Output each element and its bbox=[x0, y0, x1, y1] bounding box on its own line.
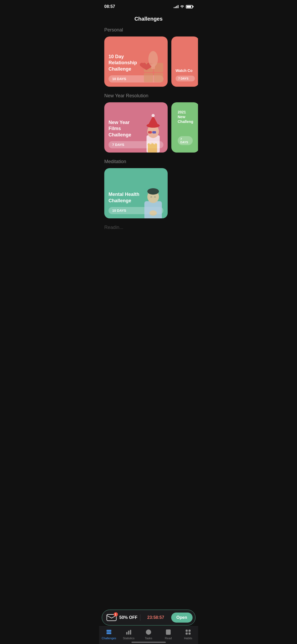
svg-rect-5 bbox=[151, 64, 155, 69]
svg-rect-11 bbox=[148, 131, 152, 134]
svg-point-22 bbox=[147, 188, 159, 195]
card-image-relationship bbox=[139, 44, 168, 87]
page-title: Challenges bbox=[99, 12, 198, 27]
battery-icon bbox=[186, 5, 193, 8]
card-days-watch: 7 DAYS bbox=[176, 76, 195, 81]
svg-rect-2 bbox=[144, 73, 153, 82]
svg-point-23 bbox=[149, 210, 157, 216]
svg-point-19 bbox=[150, 140, 152, 142]
card-title-relationship: 10 Day Relationship Challenge bbox=[109, 54, 143, 72]
newyear-cards-row: New Year Films Challenge 7 DAYS 2021 New… bbox=[99, 102, 198, 159]
status-bar: 08:57 bbox=[99, 0, 198, 12]
card-title-films: New Year Films Challenge bbox=[109, 119, 143, 138]
card-mental-health[interactable]: Mental Health Challenge 10 DAYS bbox=[104, 168, 168, 218]
status-time: 08:57 bbox=[104, 4, 115, 9]
section-newyear: New Year Resolution bbox=[99, 93, 198, 102]
card-title-watch: Watch Co bbox=[176, 68, 195, 73]
status-icons bbox=[174, 5, 193, 9]
svg-rect-3 bbox=[154, 73, 163, 82]
card-watch-challenge[interactable]: Watch Co 7 DAYS bbox=[171, 36, 198, 87]
card-2021-challenge[interactable]: 2021 New Challeng 7 DAYS bbox=[171, 102, 198, 153]
svg-point-10 bbox=[152, 114, 155, 117]
card-films-challenge[interactable]: New Year Films Challenge 7 DAYS bbox=[104, 102, 168, 153]
section-meditation: Meditation bbox=[99, 159, 198, 168]
meditation-cards-row: Mental Health Challenge 10 DAYS bbox=[99, 168, 198, 225]
card-image-meditation bbox=[139, 176, 168, 218]
wifi-icon bbox=[180, 5, 184, 9]
signal-icon bbox=[174, 5, 178, 8]
svg-rect-12 bbox=[152, 131, 156, 134]
svg-rect-20 bbox=[144, 201, 162, 218]
card-title-2021: 2021 New Challeng bbox=[178, 110, 193, 124]
section-personal: Personal bbox=[99, 27, 198, 36]
card-relationship-challenge[interactable]: 10 Day Relationship Challenge 10 DAYS bbox=[104, 36, 168, 87]
card-days-2021: 7 DAYS bbox=[178, 136, 193, 145]
card-image-films bbox=[139, 110, 168, 153]
scroll-content: Personal 10 Day Relationship Challenge 1… bbox=[99, 27, 198, 266]
card-title-mental: Mental Health Challenge bbox=[109, 191, 143, 204]
section-reading-partial: Readin... bbox=[99, 225, 198, 234]
personal-cards-row: 10 Day Relationship Challenge 10 DAYS Wa… bbox=[99, 36, 198, 93]
svg-point-18 bbox=[153, 142, 155, 144]
